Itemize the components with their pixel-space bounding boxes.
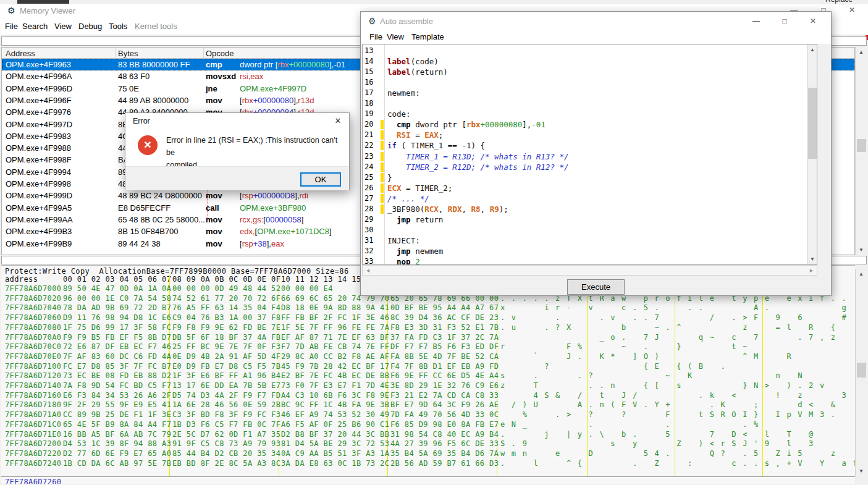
menu-view[interactable]: View bbox=[54, 22, 72, 31]
error-dialog: Error ✕ ✕ Error in line 21 (RSI = EAX;) … bbox=[125, 112, 350, 190]
auto-assemble-window: ⚙ Auto assemble — □ ✕ FileViewTemplate 1… bbox=[360, 11, 832, 296]
modified-line-marker bbox=[381, 173, 384, 182]
hex-row[interactable]: 7FF78A6D70C072 E6 87 DF EB EC F7 4625 FF… bbox=[1, 342, 855, 352]
script-editor[interactable]: 1314label(code)15label(return)1617newmem… bbox=[362, 44, 817, 265]
ok-button[interactable]: OK bbox=[300, 172, 341, 187]
hexview-scrollbar[interactable]: ▲ ▼ bbox=[855, 269, 867, 476]
code-line[interactable]: 15label(return) bbox=[363, 67, 817, 77]
hex-row[interactable]: 7FF78A6D70A0F9 F9 B5 FB EF F5 8B D7DB 5F… bbox=[1, 333, 855, 343]
memory-viewer-title: Memory Viewer bbox=[20, 6, 75, 15]
hex-row[interactable]: 7FF78A6D71C065 4E 5F B9 8A 84 A4 F71B D3… bbox=[1, 420, 855, 430]
close-icon[interactable]: ✕ bbox=[805, 15, 821, 27]
code-line[interactable]: 19code: bbox=[363, 109, 817, 119]
code-line[interactable]: 22if ( TIMER_1 == -1) { bbox=[363, 140, 817, 151]
modified-line-marker bbox=[381, 205, 384, 214]
scroll-left-icon[interactable]: ◂ bbox=[363, 266, 373, 275]
code-line[interactable]: 31INJECT: bbox=[363, 235, 817, 246]
execute-button[interactable]: Execute bbox=[567, 279, 625, 295]
background-window-fragment bbox=[17, 0, 69, 4]
error-dialog-footer: OK bbox=[125, 166, 349, 190]
modified-line-marker bbox=[381, 194, 384, 203]
code-line[interactable]: 25} bbox=[363, 172, 817, 183]
cheat-engine-icon: ⚙ bbox=[368, 17, 376, 25]
code-line[interactable]: 24 TIMER_2 = R12D; /* whats in R12? */ bbox=[363, 162, 817, 172]
aa-menu-file[interactable]: File bbox=[369, 32, 382, 41]
column-bytes: Bytes bbox=[118, 49, 138, 58]
auto-assemble-titlebar: ⚙ Auto assemble — □ ✕ bbox=[361, 12, 831, 30]
modified-line-marker bbox=[381, 183, 384, 193]
hex-row[interactable]: 7FF78A6D70801F 75 D6 99 17 3F 58 FCF9 F8… bbox=[1, 323, 855, 333]
scroll-up-icon[interactable]: ▲ bbox=[856, 269, 867, 279]
column-opcode: Opcode bbox=[206, 49, 234, 58]
error-icon: ✕ bbox=[138, 135, 158, 155]
code-line[interactable]: 29 jmp return bbox=[363, 214, 817, 225]
close-icon[interactable]: ✕ bbox=[844, 4, 860, 15]
code-line[interactable]: 20 cmp dword ptr [rbx+00000080],-01 bbox=[363, 119, 817, 130]
hex-row[interactable]: 7FF78A6D704078 DA AD 9B 69 72 2D B776 A5… bbox=[1, 303, 855, 313]
hex-row[interactable]: 7FF78A6D70E07F AF 83 60 DC C6 FD 4A0E D9… bbox=[1, 352, 855, 362]
scroll-up-icon[interactable]: ▲ bbox=[807, 44, 817, 55]
scrollbar-thumb[interactable] bbox=[808, 88, 817, 159]
hex-row[interactable]: 7FF78A6D71809F 2F 29 55 9F E9 E5 411A 6E… bbox=[1, 400, 855, 410]
code-line[interactable]: 28_3BF980(RCX, RDX, R8, R9); bbox=[363, 204, 817, 214]
scroll-up-icon[interactable]: ▲ bbox=[856, 47, 867, 57]
editor-scrollbar[interactable]: ▲ ▼ bbox=[807, 44, 817, 264]
menu-tools[interactable]: Tools bbox=[109, 22, 127, 31]
modified-line-marker bbox=[381, 152, 384, 161]
disassembly-scrollbar[interactable]: ▲ ▼ bbox=[855, 47, 867, 255]
modified-line-marker bbox=[381, 162, 384, 172]
code-line[interactable]: 14label(code) bbox=[363, 56, 817, 67]
scrollbar-thumb[interactable] bbox=[857, 139, 866, 152]
hex-row[interactable]: 7FF78A6D71E016 BB A5 BF 6A AB 7C 792E 5C… bbox=[1, 430, 855, 440]
hex-row[interactable]: 7FF78A6D7220D2 77 6D 6E F9 E7 65 A085 44… bbox=[1, 449, 855, 459]
code-line[interactable]: 32 jmp newmem bbox=[363, 246, 817, 256]
region-info-line: Protect:Write Copy AllocationBase=7FF789… bbox=[5, 267, 349, 276]
close-icon[interactable]: ✕ bbox=[332, 116, 344, 127]
hex-row[interactable]: 7FF78A6D7200D4 53 1C 39 8F 94 88 A391 9F… bbox=[1, 439, 855, 449]
code-line[interactable]: 33 nop 2 bbox=[363, 256, 817, 265]
maximize-button[interactable]: □ bbox=[777, 15, 793, 27]
aa-menu-template[interactable]: Template bbox=[411, 32, 444, 41]
code-line[interactable]: 17newmem: bbox=[363, 88, 817, 98]
code-line[interactable]: 27/* ... */ bbox=[363, 193, 817, 204]
auto-assemble-menubar: FileViewTemplate bbox=[361, 30, 831, 44]
partial-hex-row: 7FF78A6D7260 bbox=[5, 478, 62, 484]
background-window-text-fragment: Replace bbox=[825, 0, 861, 4]
hex-row[interactable]: 7FF78A6D7060D9 11 76 98 94 D8 1C E6C9 04… bbox=[1, 313, 855, 323]
menu-search[interactable]: Search bbox=[22, 22, 48, 31]
modified-line-marker bbox=[381, 120, 384, 129]
auto-assemble-title: Auto assemble bbox=[380, 17, 433, 26]
scroll-right-icon[interactable]: ▸ bbox=[806, 266, 817, 275]
modified-line-marker bbox=[381, 141, 384, 150]
screen: Replace ⚙ Memory Viewer — □ ✕ FileSearch… bbox=[0, 0, 868, 485]
code-line[interactable]: 23 TIMER_1 = R13D; /* whats in R13? */ bbox=[363, 151, 817, 162]
menu-file[interactable]: File bbox=[5, 22, 18, 31]
modified-line-marker bbox=[381, 130, 384, 140]
aa-menu-view[interactable]: View bbox=[387, 32, 404, 41]
divider bbox=[1, 476, 855, 477]
scrollbar-thumb[interactable] bbox=[857, 363, 866, 377]
hex-row[interactable]: 7FF78A6D7100FC E7 D8 85 3F 7F FC B7E0 D9… bbox=[1, 362, 855, 372]
error-message: Error in line 21 (RSI = EAX;) :This inst… bbox=[166, 134, 347, 171]
hex-row[interactable]: 7FF78A6D7160E6 F3 84 34 53 26 A6 2FD5 74… bbox=[1, 391, 855, 401]
hex-row[interactable]: 7FF78A6D71407A F8 9D 54 FC BD C5 F713 17… bbox=[1, 381, 855, 391]
hexview-panel[interactable]: Protect:Write Copy AllocationBase=7FF789… bbox=[1, 265, 855, 484]
hex-row[interactable]: 7FF78A6D71A0CC 89 9B 25 DE F1 1F 3EC3 3F… bbox=[1, 410, 855, 420]
error-dialog-title: Error bbox=[133, 117, 150, 125]
code-line[interactable]: 30 bbox=[363, 225, 817, 235]
code-line[interactable]: 26ECX = TIMER_2; bbox=[363, 183, 817, 193]
code-line[interactable]: 21 RSI = EAX; bbox=[363, 130, 817, 140]
scroll-down-icon[interactable]: ▼ bbox=[856, 245, 867, 255]
scroll-down-icon[interactable]: ▼ bbox=[807, 254, 817, 264]
cheat-engine-icon: ⚙ bbox=[7, 6, 15, 15]
minimize-button[interactable]: — bbox=[748, 15, 764, 27]
hex-row[interactable]: 7FF78A6D72401B CD DA 6C AB 97 5E 7BEB BD… bbox=[1, 459, 855, 469]
scroll-down-icon[interactable]: ▼ bbox=[856, 466, 867, 476]
code-line[interactable]: 18 bbox=[363, 98, 817, 109]
hex-row[interactable]: 7FF78A6D712073 EC BE 08 FD EB 88 D21F 3F… bbox=[1, 371, 855, 381]
editor-horizontal-scrollbar[interactable]: ◂ ▸ bbox=[362, 265, 817, 276]
code-line[interactable]: 16 bbox=[363, 77, 817, 88]
code-line[interactable]: 13 bbox=[363, 46, 817, 56]
menu-debug[interactable]: Debug bbox=[78, 22, 102, 31]
menu-kernel-tools[interactable]: Kernel tools bbox=[135, 22, 177, 31]
